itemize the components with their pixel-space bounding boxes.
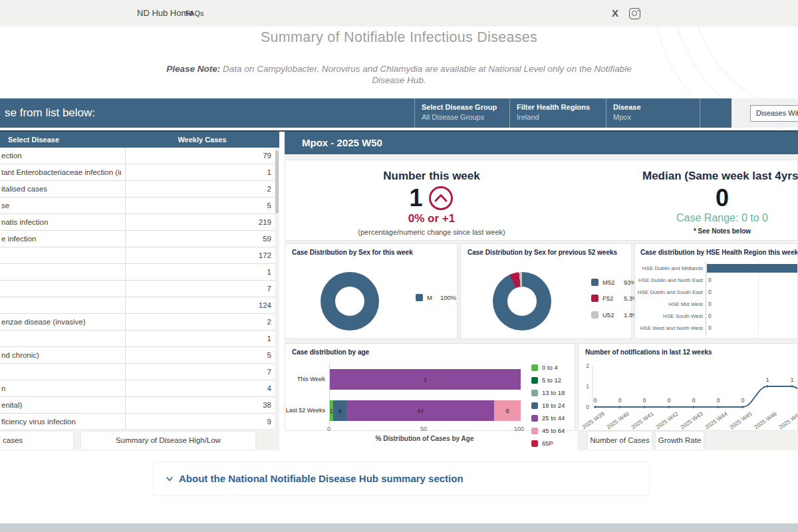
sex-52-weeks-title: Case Distribution by Sex for previous 52… [467,249,617,256]
filter-bar: se from list below: Select Disease Group… [0,98,732,128]
legend-swatch [591,295,598,302]
svg-text:0: 0 [668,397,671,404]
table-row[interactable]: enital)38 [0,397,279,414]
region-gridline [758,262,759,336]
filter-health-regions[interactable]: Filter Health Regions Ireland [509,98,606,128]
number-this-week-block: Number this week 1 0% or +1 (percentage/… [325,170,538,236]
age-row-label: Last 52 Weeks [285,407,325,414]
legend-item: 45 to 64 [531,427,565,434]
table-row[interactable]: n4 [0,380,279,397]
table-row[interactable]: ection79 [0,148,279,164]
tab-summary-high-low[interactable]: Summary of Disease High/Low [81,432,255,450]
table-scrollbar-thumb[interactable] [275,150,279,213]
table-row[interactable]: enzae disease (invasive)2 [0,314,279,331]
legend-item: 0 to 4 [531,364,558,371]
legend-item: U52 1.8% [591,311,638,319]
top-nav: ND Hub Home FAQs X [0,0,798,27]
notifications-line-chart: 2 1 0 0 0 0 0 0 0 0 1 1 [579,356,798,416]
change-caption: (percentage/numeric change since last we… [325,228,538,236]
table-row[interactable]: tant Enterobacteriaceae infection (invas… [0,164,279,181]
instagram-icon[interactable] [629,8,640,19]
page-note: Please Note: Data on Campylobacter, Noro… [163,64,635,86]
sex-this-week-donut [321,272,379,331]
filter-disease-group-value: All Disease Groups [422,113,509,121]
note-text: Data on Campylobacter, Norovirus and Chl… [220,64,631,85]
page-title: Summary of Notifiable Infectious Disease… [0,29,798,46]
table-row[interactable]: natis infection219 [0,214,279,231]
select-disease-prompt: se from list below: [5,98,95,128]
nav-home-link[interactable]: ND Hub Home [137,0,194,27]
table-row[interactable]: 7 [0,281,279,297]
footer-bar [0,523,798,532]
notifications-chart-title: Number of notifications in last 12 weeks [585,348,712,356]
svg-text:0: 0 [643,397,646,404]
tab-number-of-cases[interactable]: Number of Cases [588,432,652,450]
weekly-change: 0% or +1 [325,212,538,225]
legend-swatch [591,279,598,286]
nd-hub-dashboard: ND Hub Home FAQs X Summary of Notifiable… [0,0,798,532]
legend-item: 13 to 18 [531,389,565,396]
legend-item: M 100% [416,294,456,301]
table-row[interactable]: nd chronic)5 [0,347,279,364]
svg-text:1: 1 [791,376,794,383]
legend-item: 19 to 24 [531,402,565,409]
svg-text:0: 0 [586,404,589,410]
panel-title: Mpox - 2025 W50 [302,132,382,154]
region-chart-card: Case distribution by HSE Health Region t… [634,243,798,339]
table-row[interactable]: 1 [0,331,279,347]
sex-52-weeks-donut [493,272,551,331]
legend-item: 25 to 44 [531,414,565,422]
filter-disease-group[interactable]: Select Disease Group All Disease Groups [414,98,509,128]
legend-item: 65P [531,440,553,447]
col-select-disease[interactable]: Select Disease [8,132,59,148]
legend-item: F52 5.3% [591,295,638,302]
region-chart-title: Case distribution by HSE Health Region t… [640,249,798,256]
svg-text:0: 0 [692,397,696,404]
table-row[interactable]: se5 [0,198,279,214]
filter-disease-value: Mpox [613,113,700,121]
svg-text:1: 1 [766,376,769,383]
about-section[interactable]: About the National Notifiable Disease Hu… [153,462,650,496]
table-row[interactable]: italised cases2 [0,181,279,198]
legend-item: 5 to 12 [531,376,561,384]
svg-text:2: 2 [586,362,589,369]
age-xaxis-label: % Distribution of Cases by Age [329,435,520,442]
notifications-chart-card: Number of notifications in last 12 weeks… [578,343,798,431]
nav-faqs-link[interactable]: FAQs [186,0,204,27]
note-label: Please Note: [166,64,220,74]
x-social-icon[interactable]: X [612,0,618,27]
col-weekly-cases[interactable]: Weekly Cases [125,132,279,148]
legend-swatch [416,294,423,301]
about-section-title: About the National Notifiable Disease Hu… [179,462,464,495]
legend-item: M52 93% [591,279,636,286]
table-row[interactable]: 172 [0,247,279,264]
age-bar-last-52: 1 4 44 8 [330,400,521,421]
number-this-week-title: Number this week [325,170,538,183]
panel-header: Mpox - 2025 W50 [285,132,798,154]
region-bar [707,264,798,273]
age-chart-card: Case distribution by age This Week 1 Las… [285,343,575,431]
table-row[interactable]: ficiency virus infection9 [0,414,279,430]
table-row[interactable]: e infection59 [0,231,279,247]
disease-table-body: ection79 tant Enterobacteriaceae infecti… [0,148,279,431]
filter-health-regions-value: Ireland [517,113,606,121]
tab-growth-rate[interactable]: Growth Rate [656,432,704,450]
age-bar-this-week: 1 [330,369,521,390]
chevron-down-icon [166,476,174,482]
case-range: Case Range: 0 to 0 [642,212,798,224]
svg-text:0: 0 [594,397,597,404]
svg-text:0: 0 [717,397,720,404]
sex-this-week-card: Case Distribution by Sex for this week M… [285,243,458,339]
tab-weekly-cases[interactable]: cases [0,432,73,450]
table-row[interactable]: 1 [0,264,279,281]
age-chart-title: Case distribution by age [292,348,369,356]
filter-disease[interactable]: Disease Mpox [606,98,700,128]
disease-table-header: Select Disease Weekly Cases [0,132,279,148]
median-block: Median (Same week last 4yrs) 0 Case Rang… [642,170,798,235]
diseases-with-cases-button[interactable]: Diseases With [750,105,798,122]
table-row[interactable]: 7 [0,364,279,380]
table-row[interactable]: 124 [0,297,279,314]
see-notes: * See Notes below [642,227,798,235]
median-title: Median (Same week last 4yrs) [642,170,798,183]
up-arrow-circle-icon [428,185,454,211]
